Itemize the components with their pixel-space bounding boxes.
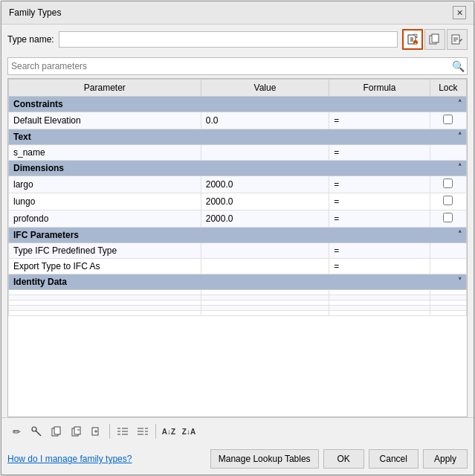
table-row: Type IFC Predefined Type= <box>9 243 467 259</box>
value-input[interactable] <box>206 179 324 190</box>
table-row <box>9 290 467 295</box>
collapse-icon: ˅ <box>458 277 462 285</box>
formula-cell[interactable]: = <box>329 193 430 210</box>
lock-checkbox[interactable] <box>443 178 453 188</box>
col-header-lock: Lock <box>430 80 466 97</box>
section-label: Text <box>13 132 31 142</box>
parameters-table: Parameter Value Formula Lock Constraints… <box>8 79 467 316</box>
table-row: Export Type to IFC As= <box>9 259 467 274</box>
formula-cell[interactable]: = <box>329 176 430 193</box>
help-link[interactable]: How do I manage family types? <box>7 454 132 464</box>
value-cell[interactable] <box>201 306 329 311</box>
table-row: lungo= <box>9 193 467 210</box>
param-cell: Export Type to IFC As <box>9 259 201 274</box>
formula-cell[interactable]: = <box>329 112 430 129</box>
value-cell[interactable] <box>201 210 329 228</box>
toolbar-separator-1 <box>109 424 110 439</box>
value-cell[interactable] <box>201 145 329 161</box>
table-row: Default Elevation= <box>9 112 467 129</box>
lock-checkbox[interactable] <box>443 213 453 222</box>
value-input[interactable] <box>206 196 324 207</box>
collapse-icon: ˄ <box>458 99 462 107</box>
param2-button[interactable] <box>134 422 152 440</box>
ok-button[interactable]: OK <box>323 449 364 469</box>
edit-button[interactable]: ✏ <box>7 422 25 440</box>
table-row <box>9 300 467 306</box>
manage-lookup-tables-button[interactable]: Manage Lookup Tables <box>210 449 319 469</box>
value-input[interactable] <box>206 213 324 224</box>
formula-cell[interactable] <box>329 300 430 306</box>
col-header-formula: Formula <box>329 80 430 97</box>
section-header-constraints[interactable]: Constraints˄ <box>9 97 467 112</box>
lock-cell[interactable] <box>430 193 466 210</box>
lock-cell <box>430 290 466 295</box>
type-name-row: Type name: + <box>1 25 474 54</box>
formula-cell[interactable]: = <box>329 243 430 259</box>
section-label: IFC Parameters <box>13 230 79 240</box>
param-cell: lungo <box>9 193 201 210</box>
value-cell[interactable] <box>201 290 329 295</box>
apply-button[interactable]: Apply <box>423 449 468 469</box>
type-name-input[interactable] <box>59 31 398 48</box>
value-cell[interactable] <box>201 300 329 306</box>
value-cell[interactable] <box>201 176 329 193</box>
search-input[interactable] <box>7 57 468 75</box>
value-cell[interactable] <box>201 295 329 300</box>
copy1-button[interactable] <box>48 422 65 440</box>
sort-az-button[interactable]: A↓Z <box>160 422 178 440</box>
bottom-row: How do I manage family types? Manage Loo… <box>1 445 474 475</box>
section-header-identity-data[interactable]: Identity Data˅ <box>9 274 467 290</box>
lock-cell <box>430 145 466 161</box>
value-cell[interactable] <box>201 112 329 129</box>
lock-checkbox[interactable] <box>443 115 453 124</box>
lock-cell[interactable] <box>430 112 466 129</box>
param1-button[interactable] <box>114 422 132 440</box>
dialog-title: Family Types <box>9 7 61 18</box>
table-row <box>9 311 467 316</box>
svg-rect-16 <box>54 427 60 434</box>
formula-cell[interactable] <box>329 290 430 295</box>
formula-cell[interactable] <box>329 295 430 300</box>
formula-cell[interactable]: = <box>329 259 430 274</box>
param-cell <box>9 300 201 306</box>
close-button[interactable]: ✕ <box>453 6 466 19</box>
lock-cell[interactable] <box>430 210 466 228</box>
section-header-dimensions[interactable]: Dimensions˄ <box>9 161 467 176</box>
formula-cell[interactable]: = <box>329 210 430 228</box>
cancel-button[interactable]: Cancel <box>369 449 419 469</box>
duplicate-type-button[interactable] <box>424 29 445 50</box>
param-cell <box>9 290 201 295</box>
param-cell: s_name <box>9 145 201 161</box>
section-header-ifc-parameters[interactable]: IFC Parameters˄ <box>9 228 467 243</box>
svg-rect-9 <box>432 34 439 42</box>
formula-cell[interactable]: = <box>329 145 430 161</box>
svg-text:+: + <box>415 41 417 45</box>
value-cell[interactable] <box>201 311 329 316</box>
value-cell[interactable] <box>201 243 329 259</box>
section-label: Constraints <box>13 99 63 109</box>
value-input[interactable] <box>206 115 324 126</box>
lock-cell[interactable] <box>430 176 466 193</box>
type-name-label: Type name: <box>7 34 54 45</box>
rename-type-icon <box>451 33 463 45</box>
value-cell[interactable] <box>201 193 329 210</box>
copy2-icon <box>71 426 82 437</box>
formula-cell[interactable] <box>329 306 430 311</box>
section-header-text[interactable]: Text˄ <box>9 129 467 145</box>
param-cell: profondo <box>9 210 201 228</box>
param-cell: Type IFC Predefined Type <box>9 243 201 259</box>
new-type-button[interactable]: + <box>402 29 423 50</box>
tag-button[interactable] <box>28 422 45 440</box>
duplicate-button[interactable] <box>88 422 106 440</box>
lock-cell <box>430 295 466 300</box>
copy2-button[interactable] <box>68 422 85 440</box>
formula-cell[interactable] <box>329 311 430 316</box>
value-cell[interactable] <box>201 259 329 274</box>
lock-checkbox[interactable] <box>443 196 453 205</box>
sort-za-button[interactable]: Z↓A <box>180 422 198 440</box>
collapse-icon: ˄ <box>458 132 462 140</box>
type-name-buttons: + <box>402 29 468 50</box>
toolbar-row: ✏ <box>1 417 474 445</box>
table-row: s_name= <box>9 145 467 161</box>
rename-type-button[interactable] <box>447 29 468 50</box>
